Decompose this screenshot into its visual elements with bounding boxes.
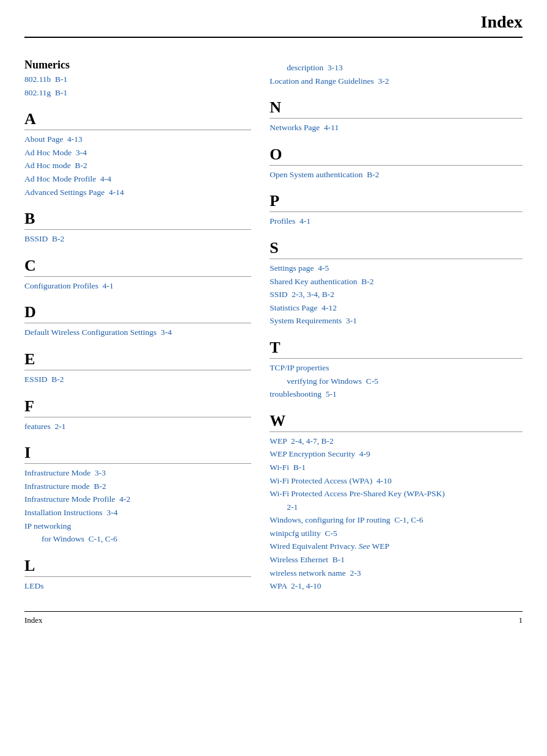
entry-ip-networking: IP networking bbox=[24, 519, 251, 533]
section-c: C bbox=[24, 257, 251, 277]
entry-wep-encryption: WEP Encryption Security 4-9 bbox=[270, 447, 523, 461]
entry-leds-description: description 3-13 bbox=[270, 61, 523, 75]
entry-leds: LEDs bbox=[24, 579, 251, 593]
section-a: A bbox=[24, 110, 251, 130]
entry-tcp-ip-windows: verifying for Windows C-5 bbox=[270, 375, 523, 388]
entry-location-range: Location and Range Guidelines 3-2 bbox=[270, 75, 523, 88]
entry-bssid: BSSID B-2 bbox=[24, 232, 251, 246]
entry-infra-mode-profile: Infrastructure Mode Profile 4-2 bbox=[24, 493, 251, 506]
entry-infra-mode: Infrastructure Mode 3-3 bbox=[24, 466, 251, 480]
page-title: Index bbox=[24, 12, 523, 38]
entry-ip-networking-windows: for Windows C-1, C-6 bbox=[24, 532, 251, 546]
entry-wifi-wpa-psk-ref: 2-1 bbox=[270, 501, 523, 514]
section-w: W bbox=[270, 412, 523, 432]
section-numerics: Numerics bbox=[24, 59, 251, 72]
footer: Index 1 bbox=[24, 611, 523, 625]
entry-installation: Installation Instructions 3-4 bbox=[24, 506, 251, 519]
entry-adhoc-mode-lower: Ad Hoc mode B-2 bbox=[24, 159, 251, 172]
section-l: L bbox=[24, 557, 251, 577]
entry-wifi-wpa: Wi-Fi Protected Access (WPA) 4-10 bbox=[270, 474, 523, 488]
entry-default-wireless: Default Wireless Configuration Settings … bbox=[24, 326, 251, 339]
footer-left: Index bbox=[24, 615, 43, 625]
section-p: P bbox=[270, 192, 523, 212]
entry-advanced-settings: Advanced Settings Page 4-14 bbox=[24, 186, 251, 199]
entry-adhoc-mode-profile: Ad Hoc Mode Profile 4-4 bbox=[24, 172, 251, 186]
right-column: description 3-13 Location and Range Guid… bbox=[263, 50, 523, 593]
entry-infra-mode-lower: Infrastructure mode B-2 bbox=[24, 480, 251, 493]
entry-open-system-auth: Open System authentication B-2 bbox=[270, 168, 523, 182]
entry-adhoc-mode: Ad Hoc Mode 3-4 bbox=[24, 146, 251, 160]
entry-802-11g: 802.11g B-1 bbox=[24, 86, 251, 100]
entry-wired-equiv: Wired Equivalent Privacy. See WEP bbox=[270, 540, 523, 553]
entry-about-page: About Page 4-13 bbox=[24, 133, 251, 146]
entry-wpa: WPA 2-1, 4-10 bbox=[270, 579, 523, 593]
entry-shared-key-auth: Shared Key authentication B-2 bbox=[270, 275, 523, 288]
entry-wireless-network-name: wireless network name 2-3 bbox=[270, 567, 523, 580]
footer-right: 1 bbox=[519, 615, 523, 625]
entry-wifi: Wi-Fi B-1 bbox=[270, 461, 523, 474]
entry-ssid: SSID 2-3, 3-4, B-2 bbox=[270, 288, 523, 301]
entry-essid: ESSID B-2 bbox=[24, 373, 251, 386]
section-e: E bbox=[24, 350, 251, 370]
entry-troubleshooting: troubleshooting 5-1 bbox=[270, 387, 523, 401]
entry-config-profiles: Configuration Profiles 4-1 bbox=[24, 279, 251, 293]
entry-winipcfg: winipcfg utility C-5 bbox=[270, 527, 523, 540]
entry-networks-page: Networks Page 4-11 bbox=[270, 121, 523, 134]
entry-features: features 2-1 bbox=[24, 420, 251, 433]
entry-802-11b: 802.11b B-1 bbox=[24, 73, 251, 86]
entry-system-requirements: System Requirements 3-1 bbox=[270, 314, 523, 328]
entry-wireless-ethernet: Wireless Ethernet B-1 bbox=[270, 553, 523, 567]
entry-wep: WEP 2-4, 4-7, B-2 bbox=[270, 435, 523, 448]
entry-statistics-page: Statistics Page 4-12 bbox=[270, 301, 523, 315]
section-n: N bbox=[270, 98, 523, 119]
entry-settings-page: Settings page 4-5 bbox=[270, 262, 523, 275]
section-s: S bbox=[270, 239, 523, 259]
left-column: Numerics 802.11b B-1 802.11g B-1 A About… bbox=[24, 50, 263, 593]
section-f: F bbox=[24, 397, 251, 417]
entry-windows-config: Windows, configuring for IP routing C-1,… bbox=[270, 513, 523, 527]
section-o: O bbox=[270, 145, 523, 166]
entry-tcp-ip: TCP/IP properties bbox=[270, 361, 523, 375]
section-t: T bbox=[270, 339, 523, 359]
section-i: I bbox=[24, 444, 251, 464]
entry-wifi-wpa-psk: Wi-Fi Protected Access Pre-Shared Key (W… bbox=[270, 487, 523, 501]
entry-profiles: Profiles 4-1 bbox=[270, 215, 523, 228]
section-b: B bbox=[24, 210, 251, 230]
section-d: D bbox=[24, 303, 251, 323]
